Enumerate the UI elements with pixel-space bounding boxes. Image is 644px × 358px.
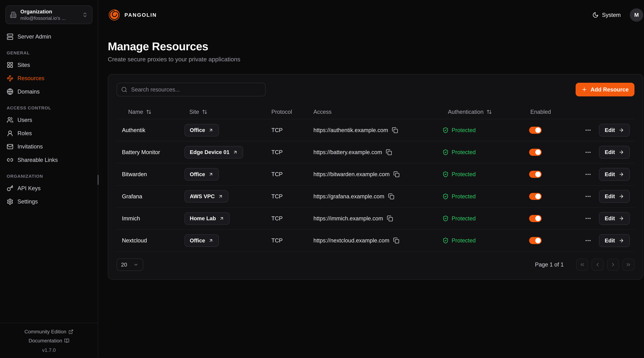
arrow-right-icon — [619, 150, 624, 155]
edit-button[interactable]: Edit — [599, 212, 630, 225]
copy-icon — [388, 193, 394, 199]
column-header-name[interactable]: Name — [116, 109, 184, 115]
next-page-button[interactable] — [607, 259, 619, 271]
sidebar-item-shareable-links[interactable]: Shareable Links — [6, 153, 92, 167]
edit-button[interactable]: Edit — [599, 190, 630, 203]
sidebar-item-users[interactable]: Users — [6, 113, 92, 127]
row-menu-button[interactable] — [585, 193, 592, 200]
shield-check-icon — [442, 193, 448, 199]
site-link-button[interactable]: Office — [184, 234, 219, 247]
row-menu-button[interactable] — [585, 215, 592, 222]
edit-button[interactable]: Edit — [599, 124, 630, 137]
resource-name: Authentik — [122, 127, 146, 133]
toggle-knob — [535, 172, 541, 177]
resource-protocol: TCP — [272, 171, 282, 177]
chevron-right-icon — [610, 262, 616, 267]
sidebar-item-label: Roles — [18, 130, 32, 137]
sidebar-item-settings[interactable]: Settings — [6, 195, 92, 208]
topbar: PANGOLIN System M — [108, 0, 643, 30]
external-link-icon — [68, 329, 74, 334]
theme-selector[interactable]: System — [592, 12, 621, 18]
site-link-button[interactable]: Office — [184, 168, 219, 181]
resources-icon — [7, 75, 14, 82]
sidebar-item-server-admin[interactable]: Server Admin — [6, 30, 92, 43]
theme-label: System — [602, 12, 621, 18]
sidebar-item-domains[interactable]: Domains — [6, 85, 92, 98]
enabled-toggle[interactable] — [529, 171, 542, 178]
sidebar-item-invitations[interactable]: Invitations — [6, 140, 92, 153]
auth-status-badge: Protected — [442, 171, 476, 177]
copy-url-button[interactable] — [386, 149, 392, 155]
first-page-button[interactable] — [576, 259, 588, 271]
roles-icon — [7, 130, 14, 137]
page-head: Manage Resources Create secure proxies t… — [108, 40, 643, 63]
table-header: NameSiteProtocolAccessAuthenticationEnab… — [116, 105, 634, 119]
mail-icon — [7, 143, 14, 150]
prev-page-button[interactable] — [592, 259, 604, 271]
card-toolbar: Add Resource — [116, 83, 634, 97]
row-menu-button[interactable] — [585, 237, 592, 244]
plus-icon — [582, 87, 587, 92]
documentation-link[interactable]: Documentation — [0, 336, 98, 345]
enabled-toggle[interactable] — [529, 193, 542, 200]
sidebar-item-sites[interactable]: Sites — [6, 58, 92, 72]
arrow-up-right-icon — [218, 194, 223, 199]
copy-url-button[interactable] — [393, 171, 400, 177]
site-link-button[interactable]: AWS VPC — [184, 190, 228, 203]
community-edition-link[interactable]: Community Edition — [0, 327, 98, 336]
resource-name: Immich — [122, 215, 140, 222]
enabled-toggle[interactable] — [529, 215, 542, 222]
enabled-toggle[interactable] — [529, 149, 542, 156]
column-label: Site — [189, 109, 199, 115]
search-input[interactable] — [131, 87, 261, 93]
auth-status-badge: Protected — [442, 193, 476, 200]
site-link-button[interactable]: Office — [184, 124, 219, 137]
copy-url-button[interactable] — [393, 237, 399, 244]
copy-url-button[interactable] — [387, 215, 393, 221]
book-icon — [64, 338, 69, 343]
last-page-button[interactable] — [622, 259, 634, 271]
enabled-toggle[interactable] — [529, 127, 542, 134]
table-row: ImmichHome LabTCPhttps://immich.example.… — [116, 207, 634, 229]
page-size-select[interactable]: 20 — [116, 258, 143, 271]
column-label: Authentication — [448, 109, 484, 115]
column-header-authentication[interactable]: Authentication — [442, 109, 529, 115]
site-link-button[interactable]: Home Lab — [184, 212, 230, 225]
site-link-button[interactable]: Edge Device 01 — [184, 146, 243, 159]
sidebar-item-label: Resources — [18, 75, 44, 82]
auth-status-label: Protected — [452, 237, 476, 244]
arrow-up-right-icon — [219, 216, 224, 221]
resource-url: https://immich.example.com — [314, 215, 383, 222]
edit-button[interactable]: Edit — [599, 168, 630, 181]
auth-status-badge: Protected — [442, 215, 476, 222]
sidebar-item-resources[interactable]: Resources — [6, 72, 92, 85]
avatar[interactable]: M — [630, 8, 643, 22]
sidebar-item-api-keys[interactable]: API Keys — [6, 182, 92, 195]
row-menu-button[interactable] — [585, 171, 592, 178]
edit-button[interactable]: Edit — [599, 234, 630, 247]
sidebar-resize-handle[interactable] — [98, 175, 99, 185]
resource-name: Bitwarden — [122, 171, 147, 177]
add-resource-button[interactable]: Add Resource — [576, 83, 634, 97]
sidebar-item-label: API Keys — [18, 185, 40, 191]
site-name: AWS VPC — [190, 193, 215, 199]
row-menu-button[interactable] — [585, 127, 592, 134]
resource-protocol: TCP — [272, 149, 282, 155]
column-label: Protocol — [272, 109, 292, 115]
edit-label: Edit — [605, 215, 615, 221]
copy-url-button[interactable] — [388, 193, 394, 199]
site-name: Office — [190, 127, 205, 133]
page-label: Page 1 of 1 — [535, 261, 564, 268]
site-name: Office — [190, 237, 205, 244]
sidebar-item-label: Domains — [18, 89, 40, 95]
table-row: GrafanaAWS VPCTCPhttps://grafana.example… — [116, 185, 634, 207]
ellipsis-icon — [585, 193, 592, 200]
sidebar-item-roles[interactable]: Roles — [6, 127, 92, 140]
copy-url-button[interactable] — [392, 127, 398, 133]
edit-button[interactable]: Edit — [599, 146, 630, 159]
column-label: Enabled — [530, 109, 551, 115]
enabled-toggle[interactable] — [529, 237, 542, 244]
org-selector[interactable]: Organization milo@fossorial.io's ... — [6, 6, 92, 24]
row-menu-button[interactable] — [585, 149, 592, 156]
column-header-site[interactable]: Site — [184, 109, 272, 115]
